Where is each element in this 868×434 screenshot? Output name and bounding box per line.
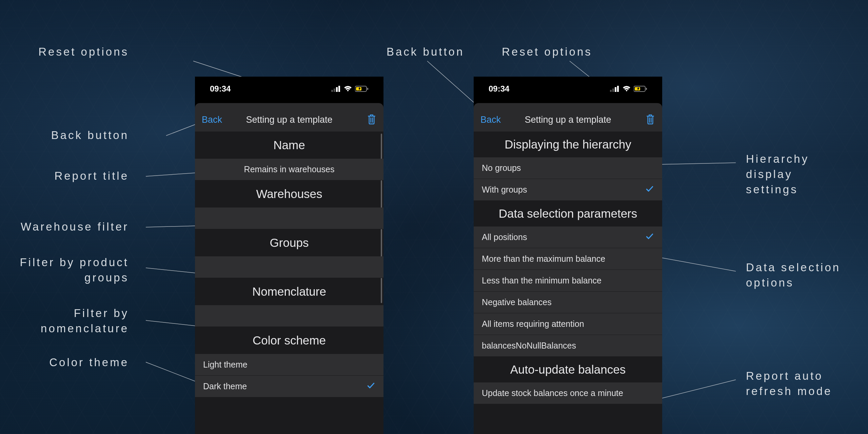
- warehouses-row[interactable]: .: [195, 208, 383, 229]
- wifi-icon: [622, 85, 631, 92]
- annotation-filter-groups-l2: groups: [84, 271, 129, 284]
- annotation-filter-nomen-l1: Filter by: [74, 307, 129, 320]
- annotation-back-button-1: Back button: [51, 129, 129, 142]
- sheet-handle: [474, 101, 662, 108]
- option-label: No groups: [482, 163, 521, 173]
- sheet-handle: [195, 101, 383, 108]
- option-label: All positions: [482, 232, 527, 242]
- status-bar: 09:34: [474, 77, 662, 101]
- svg-rect-12: [331, 90, 333, 92]
- status-icons: [331, 85, 369, 92]
- nav-bar: Back Setting up a template: [195, 108, 383, 132]
- hierarchy-option-nogroups[interactable]: No groups: [474, 157, 662, 179]
- section-header-nomenclature: Nomenclature: [195, 278, 383, 305]
- svg-rect-14: [336, 87, 338, 92]
- svg-rect-20: [612, 88, 614, 92]
- annotation-datasel-l2: options: [746, 276, 794, 289]
- back-button[interactable]: Back: [480, 115, 501, 125]
- cellular-icon: [610, 86, 619, 92]
- reset-button[interactable]: [645, 113, 655, 126]
- nav-bar: Back Setting up a template: [474, 108, 662, 132]
- annotation-back-button-2: Back button: [387, 45, 464, 58]
- annotation-reset-options-1: Reset options: [38, 45, 129, 58]
- color-option-dark[interactable]: Dark theme: [195, 376, 383, 397]
- annotation-color-theme: Color theme: [49, 356, 129, 369]
- autoupdate-option-minute[interactable]: Update stock balances once a minute: [474, 382, 662, 404]
- phone-mockup-left: 09:34 Back Setting up a template Name Re…: [195, 77, 383, 434]
- section-header-name: Name: [195, 132, 383, 159]
- svg-rect-19: [610, 90, 612, 92]
- hierarchy-option-withgroups[interactable]: With groups: [474, 179, 662, 201]
- settings-content: Displaying the hierarchy No groups With …: [474, 132, 662, 434]
- selection-option-attention[interactable]: All items requiring attention: [474, 313, 662, 335]
- phone-mockup-right: 09:34 Back Setting up a template Display…: [474, 77, 662, 434]
- color-option-light[interactable]: Light theme: [195, 354, 383, 376]
- checkmark-icon: [645, 232, 654, 243]
- wifi-icon: [343, 85, 352, 92]
- section-header-hierarchy: Displaying the hierarchy: [474, 132, 662, 157]
- option-label: More than the maximum balance: [482, 254, 605, 264]
- nav-title: Setting up a template: [246, 115, 332, 125]
- annotation-report-title: Report title: [54, 170, 129, 182]
- option-label: balancesNoNullBalances: [482, 341, 576, 351]
- svg-rect-21: [615, 87, 616, 92]
- section-header-autoupdate: Auto-update balances: [474, 357, 662, 382]
- reset-button[interactable]: [367, 113, 377, 126]
- svg-rect-22: [617, 86, 619, 92]
- svg-rect-15: [338, 86, 340, 92]
- selection-option-lessthanmin[interactable]: Less than the minimum balance: [474, 270, 662, 292]
- annotation-auto-l1: Report auto: [746, 370, 823, 382]
- battery-icon: [634, 85, 647, 92]
- annotation-filter-nomen-l2: nomenclature: [41, 322, 129, 335]
- option-label: Dark theme: [203, 381, 247, 391]
- selection-option-negative[interactable]: Negative balances: [474, 292, 662, 313]
- trash-icon: [367, 113, 377, 125]
- selection-option-nonull[interactable]: balancesNoNullBalances: [474, 335, 662, 357]
- status-time: 09:34: [210, 84, 231, 94]
- annotation-warehouse-filter: Warehouse filter: [21, 220, 129, 233]
- annotation-auto-l2: refresh mode: [746, 385, 832, 398]
- selection-option-morethanmax[interactable]: More than the maximum balance: [474, 248, 662, 270]
- selection-option-all[interactable]: All positions: [474, 226, 662, 248]
- svg-rect-13: [334, 88, 335, 92]
- section-header-selection: Data selection parameters: [474, 201, 662, 226]
- background-pattern: [0, 0, 868, 434]
- option-label: With groups: [482, 185, 527, 195]
- annotation-filter-groups-l1: Filter by product: [20, 256, 129, 269]
- groups-row[interactable]: .: [195, 256, 383, 278]
- status-icons: [610, 85, 647, 92]
- svg-rect-17: [367, 88, 368, 90]
- option-label: Update stock balances once a minute: [482, 388, 623, 398]
- option-label: All items requiring attention: [482, 319, 584, 329]
- name-input-row[interactable]: Remains in warehouses: [195, 159, 383, 180]
- section-header-color: Color scheme: [195, 327, 383, 354]
- nav-title: Setting up a template: [525, 115, 611, 125]
- annotation-hierarchy-l1: Hierarchy: [746, 153, 809, 165]
- nomenclature-row[interactable]: .: [195, 305, 383, 327]
- option-label: Light theme: [203, 360, 248, 370]
- annotation-hierarchy-l3: settings: [746, 183, 798, 196]
- battery-icon: [355, 85, 369, 92]
- status-time: 09:34: [489, 84, 509, 94]
- status-bar: 09:34: [195, 77, 383, 101]
- option-label: Less than the minimum balance: [482, 276, 601, 285]
- section-header-warehouses: Warehouses: [195, 180, 383, 208]
- trash-icon: [645, 113, 655, 125]
- option-label: Negative balances: [482, 297, 552, 307]
- back-button[interactable]: Back: [202, 115, 222, 125]
- annotation-reset-options-2: Reset options: [502, 45, 592, 58]
- svg-rect-24: [646, 88, 647, 90]
- annotation-hierarchy-l2: display: [746, 168, 793, 181]
- annotation-datasel-l1: Data selection: [746, 261, 841, 274]
- section-header-groups: Groups: [195, 229, 383, 256]
- checkmark-icon: [367, 381, 375, 392]
- checkmark-icon: [645, 184, 654, 195]
- settings-content: Name Remains in warehouses Warehouses . …: [195, 132, 383, 434]
- cellular-icon: [331, 86, 341, 92]
